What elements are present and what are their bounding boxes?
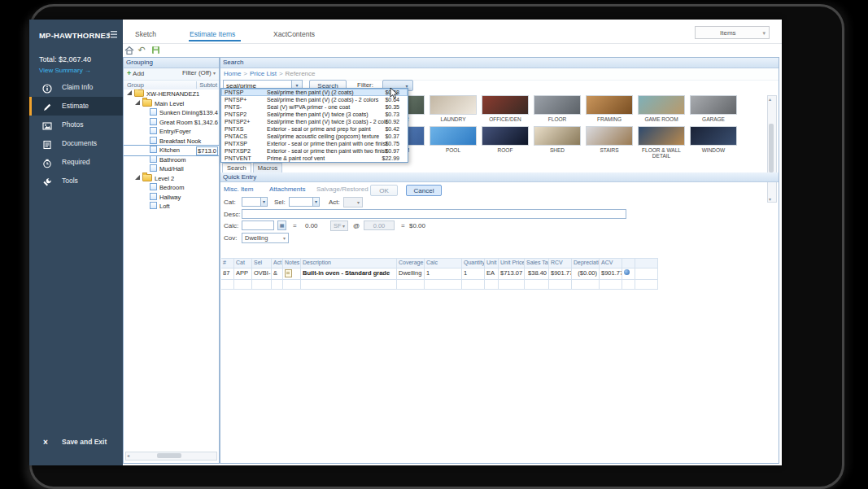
tab-estimate-items[interactable]: Estimate Items: [190, 30, 235, 38]
category-thumb-garage[interactable]: GARAGE: [690, 95, 737, 122]
search-result-pntsp2[interactable]: PNTSP2Seal/prime then paint (V) twice (3…: [221, 111, 408, 118]
scrollbar-thumb[interactable]: [769, 124, 774, 172]
sidebar-item-required[interactable]: Required: [29, 153, 123, 172]
category-photo: [586, 95, 633, 115]
tree-node-sunken-dining[interactable]: Sunken Dining$139.4: [124, 108, 219, 118]
category-thumb-shed[interactable]: SHED: [534, 126, 581, 153]
sidebar-item-photos[interactable]: Photos: [29, 116, 123, 134]
horizontal-scrollbar[interactable]: ◂: [125, 452, 217, 461]
calc-equals: =: [293, 222, 297, 229]
category-thumb-pool[interactable]: POOL: [430, 126, 477, 153]
room-icon: [150, 146, 157, 153]
tree-node-level-2[interactable]: Level 2: [124, 174, 219, 184]
category-thumb-stairs[interactable]: STAIRS: [586, 126, 633, 153]
coverage-dropdown[interactable]: Dwelling▾: [242, 233, 289, 243]
tree-node-xw-hernandez1[interactable]: XW-HERNANDEZ1: [124, 90, 219, 99]
sidebar-item-documents[interactable]: Documents: [29, 134, 123, 153]
tree-node-entry-foyer[interactable]: Entry/Foyer: [124, 127, 219, 137]
scroll-left-icon[interactable]: ◂: [127, 452, 129, 458]
tree-node-bedroom[interactable]: Bedroom: [124, 183, 219, 193]
column-header: Sales Tax: [525, 258, 549, 269]
tree-node-subtotal: $713.0: [196, 146, 218, 155]
scroll-up-icon[interactable]: ▴: [769, 96, 771, 102]
search-result-pntxs[interactable]: PNTXSExterior - seal or prime and prep f…: [221, 125, 408, 133]
cancel-button[interactable]: Cancel: [406, 185, 442, 196]
category-thumb-window[interactable]: WINDOW: [690, 126, 737, 153]
category-thumb-framing[interactable]: FRAMING: [586, 95, 633, 122]
category-thumb-office-den[interactable]: OFFICE/DEN: [482, 95, 529, 122]
table-empty-row[interactable]: [221, 280, 658, 290]
search-result-pntxsp2[interactable]: PNTXSP2Exterior - seal or prime then pai…: [221, 147, 408, 155]
search-result-pntvent[interactable]: PNTVENTPrime & paint roof vent$22.99: [221, 155, 408, 162]
search-result-pntxsp[interactable]: PNTXSPExterior - seal or prime then pain…: [221, 140, 408, 147]
tree-node-label: Bedroom: [159, 184, 184, 191]
expander-icon[interactable]: [135, 100, 140, 105]
column-header: ACV: [600, 258, 622, 269]
column-header: Quantity: [462, 258, 485, 269]
category-thumb-laundry[interactable]: LAUNDRY: [430, 95, 477, 122]
misc-item-link[interactable]: Misc. Item: [224, 186, 253, 193]
estimate-items-table: #CatSelActNotesDescriptionCoverageCalcQu…: [221, 258, 658, 290]
calculator-icon[interactable]: ▦: [277, 220, 286, 230]
sidebar-item-claim-info[interactable]: Claim Info: [29, 78, 123, 97]
tree-node-hallway[interactable]: Hallway: [124, 193, 219, 203]
search-result-pnts[interactable]: PNTS-Seal (V) w/PVA primer - one coat$0.…: [221, 103, 408, 111]
home-icon[interactable]: [124, 46, 134, 55]
room-icon: [150, 202, 157, 209]
category-label: LAUNDRY: [430, 116, 477, 122]
sidebar-collapse-icon[interactable]: [107, 30, 117, 39]
attachments-link[interactable]: Attachments: [269, 186, 305, 193]
act-label: Act:: [329, 199, 340, 206]
category-thumb-floor[interactable]: FLOOR: [534, 95, 581, 122]
undo-icon[interactable]: ↶: [137, 46, 147, 55]
tab-macros[interactable]: Macros: [253, 163, 283, 172]
search-result-pntsp[interactable]: PNTSPSeal/prime then paint (V) (2 coats)…: [221, 89, 408, 96]
column-header: RCV: [549, 258, 572, 269]
category-thumb-roof[interactable]: ROOF: [482, 126, 529, 153]
category-photo: [690, 126, 737, 146]
tree-node-mud-hall[interactable]: Mud/Hall: [124, 164, 219, 174]
expander-icon[interactable]: [135, 175, 140, 180]
tab-sketch[interactable]: Sketch: [135, 30, 156, 38]
sel-dropdown-icon[interactable]: ▾: [312, 197, 320, 207]
column-header: Act: [272, 258, 283, 269]
required-icon: [42, 157, 52, 167]
scrollbar-thumb[interactable]: [157, 453, 181, 458]
ok-button[interactable]: OK: [370, 185, 398, 196]
breadcrumb-price-list[interactable]: Price List: [250, 70, 277, 77]
tree-node-main-level[interactable]: Main Level: [124, 99, 219, 109]
save-icon[interactable]: [151, 46, 161, 55]
items-view-select[interactable]: Items ▾: [695, 26, 770, 39]
tree-node-great-room[interactable]: Great Room$1,342.6: [124, 118, 219, 128]
breadcrumb-home[interactable]: Home: [224, 70, 241, 77]
tree-node-loft[interactable]: Loft: [124, 202, 219, 212]
tools-icon: [42, 176, 52, 186]
calc-price-input: 0.00: [364, 220, 395, 230]
sidebar-item-tools[interactable]: Tools: [29, 172, 123, 190]
cat-input[interactable]: [242, 197, 261, 207]
tree-node-breakfast-nook[interactable]: Breakfast Nook: [124, 137, 219, 146]
category-thumb-game-room[interactable]: GAME ROOM: [638, 95, 685, 122]
table-row[interactable]: 87APPOVBI-&Built-in oven - Standard grad…: [221, 269, 658, 280]
calc-unit-dropdown: SF▾: [330, 220, 348, 231]
calc-input[interactable]: [242, 220, 274, 230]
tree-node-kitchen[interactable]: Kitchen$713.0: [124, 146, 219, 155]
sel-input[interactable]: [289, 197, 313, 207]
tab-xactcontents[interactable]: XactContents: [273, 30, 315, 38]
view-summary-link[interactable]: View Summary →: [39, 67, 91, 74]
sidebar-item-estimate[interactable]: Estimate: [29, 97, 123, 116]
column-header: Calc: [425, 258, 462, 269]
search-result-pntacs[interactable]: PNTACSSeal/prime acoustic ceiling (popco…: [221, 133, 408, 140]
search-result-pntsp[interactable]: PNTSP+Seal/prime then paint (V) (2 coats…: [221, 96, 408, 103]
save-and-exit-button[interactable]: × Save and Exit: [29, 433, 123, 452]
tree-node-bathroom[interactable]: Bathroom: [124, 155, 219, 165]
tab-search-results[interactable]: Search: [222, 163, 251, 172]
save-and-exit-label: Save and Exit: [62, 433, 107, 452]
filter-dropdown[interactable]: Filter (Off) ▾: [182, 69, 216, 76]
add-group-button[interactable]: + Add: [127, 69, 144, 77]
category-thumb-floor-wall-detail[interactable]: FLOOR & WALL DETAIL: [638, 126, 685, 159]
expander-icon[interactable]: [127, 90, 132, 95]
desc-input[interactable]: [242, 209, 626, 219]
cat-dropdown-icon[interactable]: ▾: [260, 197, 268, 207]
search-result-pntsp2[interactable]: PNTSP2+Seal/prime then paint (V) twice (…: [221, 118, 408, 125]
